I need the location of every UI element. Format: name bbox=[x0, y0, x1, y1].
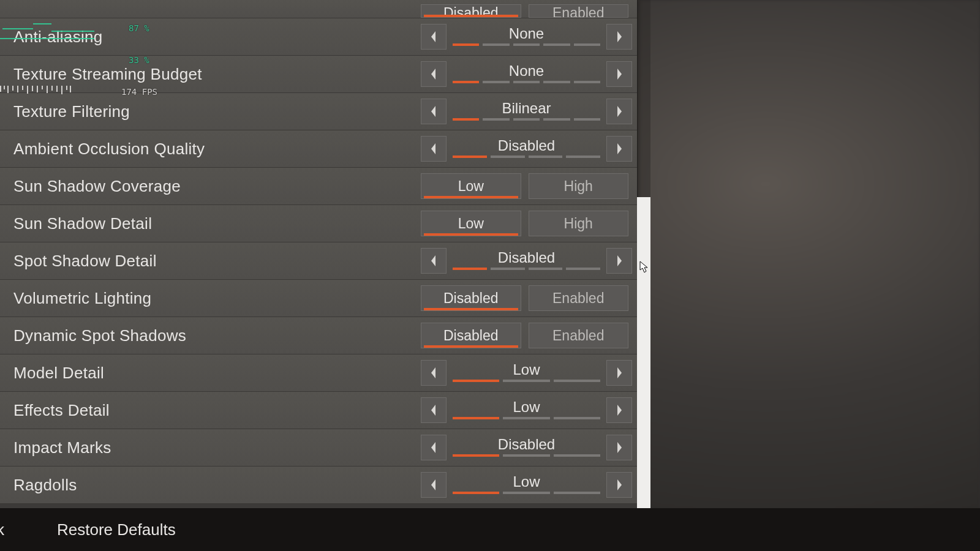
setting-row-sun-shadow-coverage: Sun Shadow CoverageLowHigh bbox=[0, 168, 637, 205]
setting-control: None bbox=[421, 61, 638, 87]
spinner-value-area[interactable]: Disabled bbox=[453, 136, 600, 162]
spinner-value: Low bbox=[513, 362, 540, 377]
setting-row-ambient-occlusion: Ambient Occlusion QualityDisabled bbox=[0, 130, 637, 168]
spinner-value-area[interactable]: Low bbox=[453, 360, 600, 386]
spinner-value-area[interactable]: Low bbox=[453, 472, 600, 498]
spinner-value: None bbox=[509, 64, 544, 78]
spinner-value-area[interactable]: Disabled bbox=[453, 435, 600, 460]
spinner-segments bbox=[453, 268, 600, 270]
setting-control: Disabled bbox=[421, 248, 638, 274]
scrollbar-thumb[interactable] bbox=[637, 197, 650, 508]
toggle-option[interactable]: Low bbox=[421, 211, 521, 236]
chevron-right-icon[interactable] bbox=[606, 61, 632, 87]
spinner-value: None bbox=[509, 26, 544, 41]
setting-label: Volumetric Lighting bbox=[13, 289, 421, 308]
setting-row-sun-shadow-detail: Sun Shadow DetailLowHigh bbox=[0, 205, 637, 242]
spinner-segments bbox=[453, 492, 600, 494]
chevron-left-icon[interactable] bbox=[421, 136, 447, 162]
chevron-left-icon[interactable] bbox=[421, 99, 447, 124]
setting-control: Low bbox=[421, 472, 638, 498]
setting-control: DisabledEnabled bbox=[421, 4, 637, 18]
setting-row-texture-streaming-budget: Texture Streaming BudgetNone bbox=[0, 56, 637, 93]
setting-control: Disabled bbox=[421, 435, 638, 460]
toggle-option[interactable]: Low bbox=[421, 173, 521, 199]
spinner-value: Low bbox=[513, 474, 540, 489]
chevron-left-icon[interactable] bbox=[421, 397, 447, 423]
toggle-group: DisabledEnabled bbox=[421, 285, 632, 311]
chevron-right-icon[interactable] bbox=[606, 136, 632, 162]
setting-row-spot-shadow-detail: Spot Shadow DetailDisabled bbox=[0, 242, 637, 280]
toggle-option[interactable]: Enabled bbox=[529, 4, 629, 18]
toggle-option[interactable]: Disabled bbox=[421, 285, 521, 311]
spinner-segments bbox=[453, 454, 600, 457]
toggle-option[interactable]: Enabled bbox=[529, 323, 629, 348]
chevron-left-icon[interactable] bbox=[421, 472, 447, 498]
setting-label: Ambient Occlusion Quality bbox=[13, 140, 421, 159]
footer-bar: k Restore Defaults bbox=[0, 508, 980, 551]
spinner-value-area[interactable]: Low bbox=[453, 397, 600, 423]
back-button-fragment[interactable]: k bbox=[0, 520, 4, 539]
scrollbar-track[interactable] bbox=[637, 0, 650, 508]
chevron-left-icon[interactable] bbox=[421, 360, 447, 386]
chevron-left-icon[interactable] bbox=[421, 24, 447, 50]
chevron-right-icon[interactable] bbox=[606, 472, 632, 498]
toggle-option[interactable]: High bbox=[529, 211, 629, 236]
setting-control: None bbox=[421, 24, 638, 50]
spinner-value-area[interactable]: None bbox=[453, 61, 600, 87]
spinner-segments bbox=[453, 43, 600, 46]
setting-row-impact-marks: Impact MarksDisabled bbox=[0, 429, 637, 467]
spinner-value-area[interactable]: Disabled bbox=[453, 248, 600, 274]
spinner-value-area[interactable]: None bbox=[453, 24, 600, 50]
restore-defaults-button[interactable]: Restore Defaults bbox=[57, 520, 176, 539]
spinner-value-area[interactable]: Bilinear bbox=[453, 99, 600, 124]
chevron-right-icon[interactable] bbox=[606, 99, 632, 124]
setting-control: Low bbox=[421, 360, 638, 386]
settings-rows: DisabledEnabled Anti-aliasingNoneTexture… bbox=[0, 0, 637, 504]
setting-control: Low bbox=[421, 397, 638, 423]
setting-label: Anti-aliasing bbox=[13, 28, 421, 47]
setting-control: Bilinear bbox=[421, 99, 638, 124]
setting-label: Texture Streaming Budget bbox=[13, 65, 421, 84]
setting-row-texture-filtering: Texture FilteringBilinear bbox=[0, 93, 637, 130]
setting-control: DisabledEnabled bbox=[421, 323, 638, 348]
setting-row-partial: DisabledEnabled bbox=[0, 0, 637, 18]
setting-label: Dynamic Spot Shadows bbox=[13, 326, 421, 345]
chevron-left-icon[interactable] bbox=[421, 435, 447, 460]
setting-label: Ragdolls bbox=[13, 476, 421, 495]
chevron-right-icon[interactable] bbox=[606, 360, 632, 386]
setting-row-model-detail: Model DetailLow bbox=[0, 354, 637, 392]
setting-control: Disabled bbox=[421, 136, 638, 162]
setting-label: Impact Marks bbox=[13, 438, 421, 457]
chevron-right-icon[interactable] bbox=[606, 248, 632, 274]
setting-row-ragdolls: RagdollsLow bbox=[0, 467, 637, 504]
chevron-right-icon[interactable] bbox=[606, 24, 632, 50]
setting-control: DisabledEnabled bbox=[421, 285, 638, 311]
chevron-left-icon[interactable] bbox=[421, 61, 447, 87]
setting-label: Sun Shadow Coverage bbox=[13, 177, 421, 196]
spinner-value: Disabled bbox=[498, 138, 555, 153]
setting-row-dynamic-spot-shadows: Dynamic Spot ShadowsDisabledEnabled bbox=[0, 317, 637, 354]
spinner-value: Disabled bbox=[498, 250, 555, 265]
chevron-left-icon[interactable] bbox=[421, 248, 447, 274]
toggle-group: LowHigh bbox=[421, 173, 632, 199]
toggle-option[interactable]: High bbox=[529, 173, 629, 199]
setting-label: Model Detail bbox=[13, 364, 421, 383]
mouse-cursor-icon bbox=[639, 261, 648, 273]
spinner-segments bbox=[453, 81, 600, 83]
setting-label: Sun Shadow Detail bbox=[13, 214, 421, 233]
chevron-right-icon[interactable] bbox=[606, 435, 632, 460]
chevron-right-icon[interactable] bbox=[606, 397, 632, 423]
toggle-option[interactable]: Disabled bbox=[421, 323, 521, 348]
toggle-option[interactable]: Enabled bbox=[529, 285, 629, 311]
toggle-group: DisabledEnabled bbox=[421, 323, 632, 348]
setting-control: LowHigh bbox=[421, 173, 638, 199]
toggle-option[interactable]: Disabled bbox=[421, 4, 521, 18]
spinner-value: Low bbox=[513, 400, 540, 414]
spinner-value: Bilinear bbox=[502, 101, 551, 116]
spinner-segments bbox=[453, 380, 600, 382]
spinner-segments bbox=[453, 118, 600, 121]
setting-row-effects-detail: Effects DetailLow bbox=[0, 392, 637, 429]
spinner-value: Disabled bbox=[498, 437, 555, 452]
video-settings-panel: DisabledEnabled Anti-aliasingNoneTexture… bbox=[0, 0, 638, 508]
setting-label: Texture Filtering bbox=[13, 102, 421, 121]
